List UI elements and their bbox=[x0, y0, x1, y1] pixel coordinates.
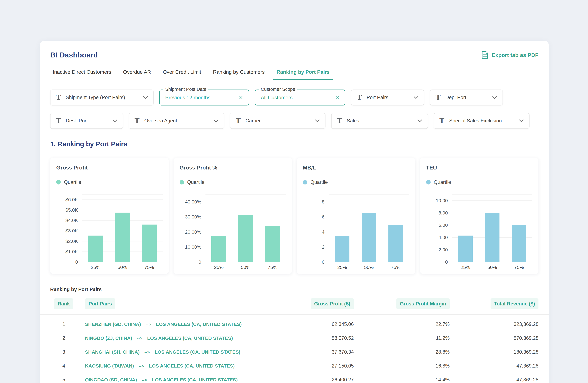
y-tick-label: 30.00% bbox=[185, 214, 201, 220]
y-tick-label: 2 bbox=[322, 244, 325, 250]
plot-grid bbox=[82, 194, 163, 262]
tab-ranking-by-customers[interactable]: Ranking by Customers bbox=[212, 69, 266, 80]
table-row: 1SHENZHEN (GD, CHINA)-->LOS ANGELES (CA,… bbox=[50, 317, 539, 331]
legend-dot-icon bbox=[426, 180, 431, 185]
arrow-icon: --> bbox=[145, 350, 150, 354]
filter-chip-shipment-post-date[interactable]: Shipment Post Date Previous 12 months bbox=[159, 90, 249, 105]
arrow-icon: --> bbox=[137, 336, 142, 341]
clear-filter-icon[interactable] bbox=[239, 95, 243, 100]
cell-gross-profit-margin: 16.8% bbox=[354, 363, 450, 369]
cell-gross-profit-margin: 28.8% bbox=[354, 349, 450, 355]
filter-label: Special Sales Exclusion bbox=[449, 118, 514, 124]
plot-area: 40.00%30.00%20.00%10.00%0 bbox=[180, 194, 286, 262]
legend-label: Quartile bbox=[311, 179, 328, 185]
filter-chip-dep-port[interactable]: T Dep. Port bbox=[430, 90, 503, 105]
filter-chip-carrier[interactable]: T Carrier bbox=[230, 113, 325, 129]
filter-chip-customer-scope[interactable]: Customer Scope All Customers bbox=[255, 90, 345, 105]
chart-legend[interactable]: Quartile bbox=[303, 179, 409, 185]
filter-label: Oversea Agent bbox=[144, 118, 209, 124]
destination-port: LOS ANGELES (CA, UNITED STATES) bbox=[155, 349, 240, 355]
filter-chip-port-pairs[interactable]: T Port Pairs bbox=[351, 90, 424, 105]
legend-label: Quartile bbox=[434, 179, 451, 185]
tab-bar: Inactive Direct Customers Overdue AR Ove… bbox=[50, 69, 539, 80]
y-axis: $6.0K$5.0K$4.0K$3.0K$2.0K$1.0K0 bbox=[56, 194, 78, 262]
filter-chip-special-sales-exclusion[interactable]: T Special Sales Exclusion bbox=[434, 113, 529, 129]
y-axis: 86420 bbox=[303, 194, 325, 262]
bar-mb-l-75[interactable] bbox=[388, 225, 403, 262]
cell-rank: 2 bbox=[50, 335, 77, 341]
chart-title: Gross Profit bbox=[56, 165, 163, 171]
filter-chip-shipment-type[interactable]: T Shipment Type (Port Pairs) bbox=[50, 90, 154, 105]
text-field-icon: T bbox=[440, 117, 444, 124]
x-tick-label: 75% bbox=[382, 265, 409, 270]
bar-gross-profit-75[interactable] bbox=[142, 225, 157, 262]
bar-mb-l-25[interactable] bbox=[335, 236, 349, 262]
bar-teu-75[interactable] bbox=[512, 225, 526, 262]
cell-total-revenue: 47,369.28 bbox=[450, 363, 539, 369]
bar-gross-profit-25[interactable] bbox=[211, 236, 226, 262]
y-tick-label: 6.00 bbox=[439, 222, 448, 228]
chevron-down-icon bbox=[214, 119, 218, 122]
x-tick-label: 25% bbox=[452, 265, 479, 270]
tab-inactive-direct-customers[interactable]: Inactive Direct Customers bbox=[52, 69, 112, 80]
port-pair-link[interactable]: KAOSIUNG (TAIWAN)-->LOS ANGELES (CA, UNI… bbox=[77, 363, 283, 369]
column-header-total-revenue: Total Revenue ($) bbox=[490, 298, 539, 309]
plot-grid bbox=[452, 194, 533, 262]
filter-legend: Shipment Post Date bbox=[163, 87, 208, 92]
bar-band bbox=[505, 194, 532, 262]
filter-panel: T Shipment Type (Port Pairs) Shipment Po… bbox=[50, 90, 539, 129]
x-tick-label: 75% bbox=[259, 265, 286, 270]
bar-gross-profit-25[interactable] bbox=[88, 235, 103, 262]
page-title: BI Dashboard bbox=[50, 51, 98, 59]
table-header-row: Rank Port Pairs Gross Profit ($) Gross P… bbox=[50, 298, 539, 314]
port-pair-link[interactable]: NINGBO (ZJ, CHINA)-->LOS ANGELES (CA, UN… bbox=[77, 335, 283, 341]
chart-legend[interactable]: Quartile bbox=[180, 179, 286, 185]
chart-legend[interactable]: Quartile bbox=[426, 179, 533, 185]
y-tick-label: $3.0K bbox=[65, 228, 78, 233]
table-body: 1SHENZHEN (GD, CHINA)-->LOS ANGELES (CA,… bbox=[50, 317, 539, 383]
tab-overdue-ar[interactable]: Overdue AR bbox=[122, 69, 152, 80]
legend-dot-icon bbox=[56, 180, 61, 185]
destination-port: LOS ANGELES (CA, UNITED STATES) bbox=[152, 377, 238, 382]
bar-gross-profit-75[interactable] bbox=[265, 226, 280, 262]
x-tick-label: 50% bbox=[479, 265, 505, 270]
x-axis: 25%50%75% bbox=[452, 265, 533, 270]
bar-mb-l-50[interactable] bbox=[362, 213, 376, 262]
port-pair-link[interactable]: QINGDAO (SD, CHINA)-->LOS ANGELES (CA, U… bbox=[77, 377, 283, 383]
port-pair-link[interactable]: SHENZHEN (GD, CHINA)-->LOS ANGELES (CA, … bbox=[77, 322, 283, 327]
dashboard-card: BI Dashboard Export tab as PDF Inactive … bbox=[40, 41, 549, 383]
cell-gross-profit-margin: 14.4% bbox=[354, 377, 450, 383]
export-pdf-button[interactable]: Export tab as PDF bbox=[482, 51, 539, 59]
bar-teu-25[interactable] bbox=[458, 235, 473, 262]
bar-gross-profit-50[interactable] bbox=[238, 215, 253, 262]
bar-band bbox=[259, 194, 286, 262]
arrow-icon: --> bbox=[146, 322, 151, 327]
legend-label: Quartile bbox=[64, 179, 81, 185]
y-tick-label: 0 bbox=[199, 259, 201, 265]
port-pair-link[interactable]: SHANGHAI (SH, CHINA)-->LOS ANGELES (CA, … bbox=[77, 349, 283, 355]
x-axis: 25%50%75% bbox=[82, 265, 163, 270]
filter-label: Sales bbox=[347, 118, 413, 124]
cell-rank: 3 bbox=[50, 349, 77, 355]
chart-card-teu: TEUQuartile10.008.006.004.002.00025%50%7… bbox=[420, 158, 539, 274]
cell-gross-profit: 62,345.06 bbox=[283, 321, 354, 327]
filter-value: All Customers bbox=[261, 95, 330, 100]
chart-legend[interactable]: Quartile bbox=[56, 179, 163, 185]
chart-title: Gross Profit % bbox=[180, 165, 286, 171]
filter-chip-oversea-agent[interactable]: T Oversea Agent bbox=[129, 113, 224, 129]
chevron-down-icon bbox=[492, 96, 497, 99]
origin-port: SHENZHEN (GD, CHINA) bbox=[85, 322, 141, 327]
bar-band bbox=[82, 194, 109, 262]
filter-label: Shipment Type (Port Pairs) bbox=[66, 95, 138, 100]
cell-total-revenue: 47,369.28 bbox=[450, 377, 539, 383]
filter-chip-sales[interactable]: T Sales bbox=[331, 113, 428, 129]
y-tick-label: 4 bbox=[322, 229, 325, 235]
bars-container bbox=[329, 194, 409, 262]
clear-filter-icon[interactable] bbox=[335, 95, 339, 100]
charts-row: Gross ProfitQuartile$6.0K$5.0K$4.0K$3.0K… bbox=[50, 158, 539, 274]
bar-gross-profit-50[interactable] bbox=[115, 212, 130, 262]
bar-teu-50[interactable] bbox=[485, 213, 500, 262]
tab-ranking-by-port-pairs[interactable]: Ranking by Port Pairs bbox=[275, 69, 331, 80]
tab-over-credit-limit[interactable]: Over Credit Limit bbox=[162, 69, 202, 80]
filter-chip-dest-port[interactable]: T Dest. Port bbox=[50, 113, 123, 129]
